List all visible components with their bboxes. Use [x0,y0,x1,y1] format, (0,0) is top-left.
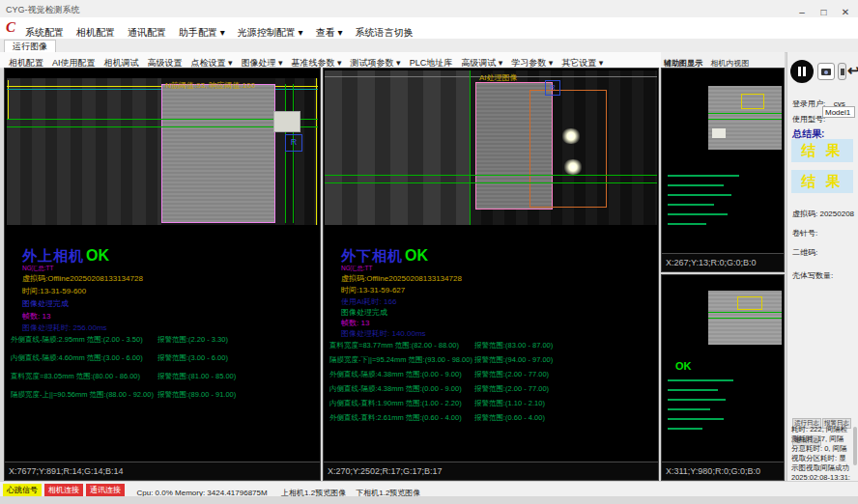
time-line: 时间:13-31-59-627 [341,285,405,295]
pixel-coordinates: X:270;Y:2502;R:17;G:17;B:17 [328,466,443,476]
frame-count-line: 帧数: 13 [341,318,369,328]
menu-item[interactable]: 助手配置 ▾ [179,26,225,40]
camera-image[interactable]: R N筋阈值:93, 响应阈值:100 [7,78,318,225]
pin-number-label: 卷针号: [792,229,817,238]
coordinate-bar: X:311;Y:980;R:0;G:0;B:0 [662,462,784,480]
measure-line [470,70,471,225]
alarm-range: 报警范围:(89.00 - 91.00) [157,390,236,408]
ai-time-line: 使用AI耗时: 166 [341,296,396,307]
toolbar: 相机配置AI使用配置相机调试高级设置点检设置 ▾图像处理 ▾基准线参数 ▾测试项… [0,52,661,69]
pause-icon [798,67,801,76]
app-window: CYG-视觉检测系统 – □ ✕ C 系统配置相机配置通讯配置助手配置 ▾光源控… [0,0,858,504]
app-logo-icon: C [6,19,15,36]
back-arrow-button[interactable]: ↩ [847,62,858,79]
measurement-row: 直料宽度=83.77mm 范围:(82.00 - 88.00)报警范围:(83.… [329,341,654,355]
tool-icon [841,69,844,75]
menu-items: 系统配置相机配置通讯配置助手配置 ▾光源控制配置 ▾查看 ▾系统语言切换 [25,22,425,40]
measure-line [293,84,294,223]
measurement-value: 内侧直线-隔膜:4.38mm 范围:(0.00 - 9.00) [329,384,474,399]
image-background [7,78,161,225]
ai-roi-rect [529,90,607,208]
camera-name: 外上相机 [22,247,84,264]
status-badge: 心跳信号 [3,484,42,496]
measurement-row: 外侧直线-隔膜:2.95mm 范围:(2.00 - 3.50)报警范围:(2.2… [11,335,316,353]
small-tool-button[interactable] [838,63,846,80]
ai-overlay-text: AI处理图像 [479,72,518,83]
maximize-button[interactable]: □ [815,7,833,17]
measurement-row: 内侧直线-直料:1.90mm 范围:(1.00 - 2.20)报警范围:(1.1… [329,399,654,413]
virtual-code-row: 虚拟码: 20250208 [792,203,855,220]
led-glow [562,159,584,175]
overlay-line [316,78,317,225]
camera-lens [824,70,828,74]
close-button[interactable]: ✕ [837,7,854,17]
camera-image[interactable]: R AI处理图像 [325,70,657,225]
measure-line [7,126,318,127]
status-badge: 相机连接 [44,484,83,496]
minimize-button[interactable]: – [793,7,811,17]
ng-summary: NG汇总:TT [22,265,54,273]
menu-item[interactable]: 相机配置 [76,26,115,40]
alarm-range: 报警范围:(2.20 - 3.30) [157,335,228,353]
measurement-row: 直料宽度=83.05mm 范围:(80.00 - 86.00)报警范围:(81.… [11,372,316,390]
menu-item[interactable]: 系统配置 [25,26,64,40]
time-line: 时间:13-31-59-600 [22,286,86,296]
camera-tool-button[interactable] [817,63,835,80]
menu-item[interactable]: 系统语言切换 [355,26,413,40]
roi-marker [741,94,764,109]
barcode-line: 虚拟码:Offline20250208133134728 [341,273,462,284]
measurement-value: 直料宽度=83.05mm 范围:(80.00 - 86.00) [11,372,157,390]
aux-view-header: 辅助图显示 相机内视图卷绕内视图 [661,52,785,69]
led-glow [560,128,582,144]
pixel-coordinates: X:267;Y:13;R:0;G:0;B:0 [666,258,757,267]
aux-view-2[interactable]: OK X:311;Y:980;R:0;G:0;B:0 [661,274,785,481]
menu-item[interactable]: 查看 ▾ [316,26,343,40]
alarm-range: 报警范围:(3.00 - 6.00) [157,353,228,372]
login-user-label: 登录用户: [792,99,825,108]
aux-view-1[interactable]: X:267;Y:13;R:0;G:0;B:0 [661,68,785,272]
ng-summary: NG汇总:TT [341,265,373,273]
elapsed-line: 图像处理耗时: 140.00ms [341,328,426,339]
model-label: 使用型号: [792,115,825,124]
image-background [275,78,318,225]
measurement-value: 内侧直线-直料:1.90mm 范围:(1.00 - 2.20) [329,399,474,413]
measure-line [708,119,782,120]
measurement-row: 隔膜宽度-下||=95.24mm 范围:(93.00 - 98.00)报警范围:… [329,355,654,370]
elapsed-line: 图像处理耗时: 256.00ms [22,322,107,333]
aux-camera-image[interactable] [708,86,782,150]
virtual-code: 虚拟码: 20250208 [792,210,854,218]
alarm-range: 报警范围:(1.10 - 2.10) [474,399,545,413]
shell-count-label: 壳体写数量: [792,271,833,280]
process-done-line: 图像处理完成 [341,307,387,318]
status-bar: 心跳信号相机连接通讯连接 Cpu: 0.0% Memory: 3424.4179… [0,481,858,497]
aux-result-text-lines [668,175,774,233]
pin-number-row: 卷针号: [792,222,855,239]
ok-status: OK [405,247,428,264]
measurement-value: 直料宽度=83.77mm 范围:(82.00 - 88.00) [329,341,474,355]
measurement-value: 外侧直线-隔膜:4.38mm 范围:(0.00 - 9.00) [329,370,474,384]
pause-button[interactable] [790,60,814,83]
measure-line [708,113,782,114]
frame-count-line: 帧数: 13 [22,311,50,322]
pause-icon [803,67,806,76]
qr-code-label: 二维码: [792,248,817,257]
result-box-2: 结 果 [791,170,853,193]
log-scrollbar[interactable] [853,427,857,465]
measurement-value: 内侧直线-隔膜:4.60mm 范围:(3.00 - 6.00) [11,353,157,372]
menu-item[interactable]: 通讯配置 [128,26,166,40]
camera-view-lower-outer[interactable]: R AI处理图像 外下相机OK NG汇总:TT 虚拟码:Offline20250… [323,68,659,481]
measurement-row: 隔膜宽度-上||=90.56mm 范围:(88.00 - 92.00)报警范围:… [11,390,316,408]
tab-run-image[interactable]: 运行图像 [4,40,56,52]
camera-view-upper-outer[interactable]: R N筋阈值:93, 响应阈值:100 外上相机OK NG汇总:TT 虚拟码:O… [4,68,321,481]
roi-marker: R [285,134,302,152]
alarm-range: 报警范围:(0.60 - 4.00) [474,413,545,428]
measure-line [708,318,782,319]
alarm-range: 报警范围:(2.00 - 77.00) [474,370,549,384]
menu-item[interactable]: 光源控制配置 ▾ [238,26,303,40]
model-input[interactable]: Model1 [822,106,855,118]
alarm-range: 报警范围:(2.00 - 77.00) [474,384,549,399]
shell-count-row: 壳体写数量: [792,265,855,282]
aux-camera-image[interactable] [708,291,782,345]
status-badge: 通讯连接 [86,484,125,496]
menu-bar: C 系统配置相机配置通讯配置助手配置 ▾光源控制配置 ▾查看 ▾系统语言切换 [0,17,858,40]
